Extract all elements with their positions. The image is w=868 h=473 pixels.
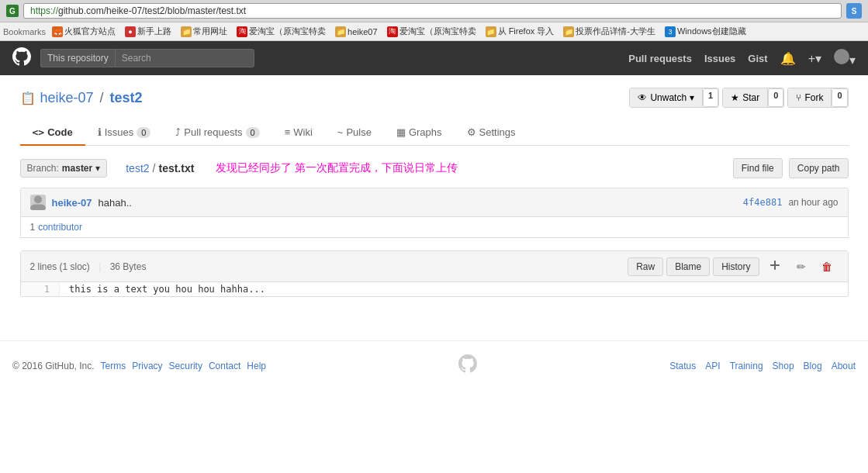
file-navigation: Branch: master ▾ test2 / test.txt 发现已经同步… — [20, 158, 849, 178]
pulse-icon: ~ — [337, 126, 344, 138]
add-icon[interactable]: +▾ — [808, 51, 821, 66]
issues-icon: ℹ — [98, 126, 102, 138]
graphs-icon: ▦ — [396, 126, 406, 138]
browser-favicon: G — [6, 5, 19, 17]
repo-actions: 👁 Unwatch ▾ 1 ★ Star 0 ⑂ Fork 0 — [629, 88, 848, 108]
bookmark-item-windows[interactable]: 3 Windows创建隐藏 — [662, 24, 749, 39]
notifications-icon[interactable]: 🔔 — [780, 51, 796, 66]
repo-slash: / — [100, 90, 104, 106]
url-protocol: https:// — [30, 5, 58, 16]
browser-extension-icon[interactable]: S — [846, 3, 862, 19]
footer-status[interactable]: Status — [669, 361, 696, 371]
nav-issues[interactable]: Issues — [704, 53, 735, 64]
branch-name: master — [62, 163, 92, 174]
bookmark-icon: 📁 — [486, 26, 496, 37]
footer-training[interactable]: Training — [730, 361, 763, 371]
bookmark-item-firefox-import[interactable]: 📁 从 Firefox 导入 — [482, 24, 558, 39]
search-repo-toggle[interactable]: This repository — [40, 49, 115, 67]
fork-count: 0 — [832, 88, 847, 107]
repo-owner-link[interactable]: heike-07 — [40, 90, 94, 106]
dropdown-icon: ▾ — [690, 92, 694, 103]
find-file-button[interactable]: Find file — [733, 158, 783, 178]
nav-gist[interactable]: Gist — [748, 53, 767, 64]
footer-about[interactable]: About — [832, 361, 856, 371]
star-button[interactable]: ★ Star — [723, 88, 768, 107]
settings-icon: ⚙ — [467, 126, 476, 138]
commit-message: hahah.. — [99, 197, 132, 209]
delete-button[interactable]: 🗑 — [815, 257, 839, 276]
watch-group: 👁 Unwatch ▾ 1 — [629, 88, 719, 108]
bookmark-item-taobao[interactable]: 淘 爱淘宝（原淘宝特卖 — [233, 24, 329, 39]
bookmark-icon: ● — [125, 26, 136, 37]
branch-label: Branch: — [27, 163, 59, 174]
eye-icon: 👁 — [638, 92, 647, 103]
browser-url[interactable]: https://github.com/heike-07/test2/blob/m… — [23, 3, 842, 19]
pr-icon: ⤴ — [175, 126, 181, 138]
tab-settings[interactable]: ⚙ Settings — [455, 120, 528, 146]
tab-issues[interactable]: ℹ Issues 0 — [85, 120, 164, 146]
bookmark-item-heike07[interactable]: 📁 heike07 — [332, 25, 381, 39]
repo-name-link[interactable]: test2 — [110, 90, 143, 106]
copy-path-button[interactable]: Copy path — [789, 158, 849, 178]
fork-button[interactable]: ⑂ Fork — [788, 88, 832, 107]
tab-pull-requests[interactable]: ⤴ Pull requests 0 — [163, 120, 271, 146]
bookmark-item-newbie[interactable]: ● 新手上路 — [122, 24, 175, 39]
footer-left: © 2016 GitHub, Inc. Terms Privacy Securi… — [12, 361, 266, 371]
footer-privacy[interactable]: Privacy — [132, 361, 162, 371]
edit-button[interactable]: ✏ — [790, 257, 812, 276]
lines-info: 2 lines (1 sloc) — [30, 261, 90, 272]
footer-blog[interactable]: Blog — [804, 361, 822, 371]
footer-api[interactable]: API — [705, 361, 720, 371]
tab-wiki[interactable]: ≡ Wiki — [272, 120, 325, 146]
search-input[interactable] — [115, 49, 254, 67]
tab-pulse[interactable]: ~ Pulse — [325, 120, 384, 146]
bookmarks-label: Bookmarks — [3, 27, 46, 36]
display-toggle-button[interactable] — [763, 256, 787, 277]
issues-count: 0 — [137, 127, 150, 138]
avatar[interactable]: ▾ — [834, 49, 856, 67]
bookmark-item-vote[interactable]: 📁 投票作品详情-大学生 — [560, 24, 659, 39]
file-header: 2 lines (1 sloc) | 36 Bytes Raw Blame Hi… — [21, 251, 848, 282]
breadcrumb-sep: / — [153, 162, 156, 174]
breadcrumb-repo-link[interactable]: test2 — [126, 162, 149, 174]
history-button[interactable]: History — [713, 257, 759, 276]
tab-graphs[interactable]: ▦ Graphs — [384, 120, 455, 146]
contributor-count: 1 — [30, 222, 36, 233]
blame-button[interactable]: Blame — [666, 257, 710, 276]
commit-time: an hour ago — [788, 197, 838, 208]
repo-icon: 📋 — [20, 91, 36, 105]
footer-help[interactable]: Help — [247, 361, 266, 371]
github-navbar: This repository Pull requests Issues Gis… — [0, 41, 868, 75]
commit-author[interactable]: heike-07 — [52, 197, 92, 209]
bookmark-item-taobao2[interactable]: 淘 爱淘宝（原淘宝特卖 — [384, 24, 479, 39]
pr-count: 0 — [246, 127, 260, 138]
file-info: 2 lines (1 sloc) | 36 Bytes — [30, 261, 147, 272]
footer-security[interactable]: Security — [169, 361, 202, 371]
watch-button[interactable]: 👁 Unwatch ▾ — [630, 88, 703, 107]
tab-code[interactable]: <> Code — [20, 120, 85, 146]
footer-contact[interactable]: Contact — [209, 361, 240, 371]
star-icon: ★ — [731, 92, 739, 103]
commit-avatar — [30, 195, 46, 210]
bookmarks-bar: Bookmarks 🦊 火狐官方站点 ● 新手上路 📁 常用网址 淘 爱淘宝（原… — [0, 22, 868, 41]
raw-button[interactable]: Raw — [628, 257, 663, 276]
commit-sha[interactable]: 4f4e881 — [743, 197, 783, 208]
bookmark-item-common[interactable]: 📁 常用网址 — [178, 24, 230, 39]
repo-title: 📋 heike-07 / test2 — [20, 90, 143, 106]
footer: © 2016 GitHub, Inc. Terms Privacy Securi… — [0, 340, 868, 391]
contributor-link[interactable]: contributor — [38, 222, 82, 233]
footer-terms[interactable]: Terms — [101, 361, 126, 371]
footer-shop[interactable]: Shop — [773, 361, 794, 371]
bookmark-icon: 🦊 — [52, 26, 63, 37]
file-size: 36 Bytes — [110, 261, 147, 272]
nav-pull-requests[interactable]: Pull requests — [628, 53, 692, 64]
bookmark-icon: 淘 — [387, 26, 398, 37]
browser-bar: G https://github.com/heike-07/test2/blob… — [0, 0, 868, 22]
line-number: 1 — [21, 282, 60, 296]
bookmark-item-foxnews[interactable]: 🦊 火狐官方站点 — [49, 24, 119, 39]
branch-selector[interactable]: Branch: master ▾ — [20, 159, 108, 178]
github-logo[interactable] — [12, 47, 31, 69]
url-domain: github.com — [58, 5, 104, 16]
url-path: /heike-07/test2/blob/master/test.txt — [104, 5, 246, 16]
star-count: 0 — [768, 88, 783, 107]
